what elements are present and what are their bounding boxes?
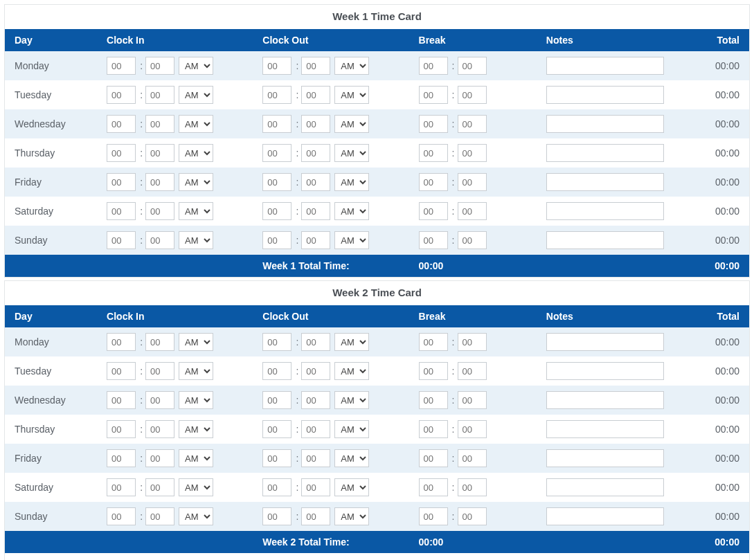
clock-in-hour-input[interactable] — [107, 231, 136, 249]
break-hour-input[interactable] — [419, 57, 448, 75]
break-minute-input[interactable] — [458, 420, 487, 438]
break-minute-input[interactable] — [458, 391, 487, 409]
clock-in-ampm-select[interactable]: AMPM — [179, 391, 213, 409]
clock-out-ampm-select[interactable]: AMPM — [334, 362, 369, 380]
clock-out-ampm-select[interactable]: AMPM — [334, 202, 369, 220]
clock-out-minute-input[interactable] — [301, 86, 330, 104]
notes-input[interactable] — [546, 391, 664, 409]
clock-out-hour-input[interactable] — [262, 173, 291, 191]
clock-in-hour-input[interactable] — [107, 173, 136, 191]
clock-in-minute-input[interactable] — [145, 507, 174, 525]
clock-out-minute-input[interactable] — [301, 173, 330, 191]
break-hour-input[interactable] — [419, 420, 448, 438]
clock-out-hour-input[interactable] — [262, 86, 291, 104]
clock-in-ampm-select[interactable]: AMPM — [179, 449, 213, 467]
break-hour-input[interactable] — [419, 362, 448, 380]
clock-out-ampm-select[interactable]: AMPM — [334, 57, 369, 75]
clock-out-ampm-select[interactable]: AMPM — [334, 86, 369, 104]
clock-out-minute-input[interactable] — [301, 449, 330, 467]
clock-out-minute-input[interactable] — [301, 478, 330, 496]
notes-input[interactable] — [546, 333, 664, 351]
clock-out-minute-input[interactable] — [301, 362, 330, 380]
clock-in-ampm-select[interactable]: AMPM — [179, 86, 213, 104]
break-minute-input[interactable] — [458, 57, 487, 75]
break-hour-input[interactable] — [419, 86, 448, 104]
break-minute-input[interactable] — [458, 333, 487, 351]
break-hour-input[interactable] — [419, 144, 448, 162]
break-minute-input[interactable] — [458, 449, 487, 467]
break-hour-input[interactable] — [419, 449, 448, 467]
clock-in-minute-input[interactable] — [145, 362, 174, 380]
break-minute-input[interactable] — [458, 202, 487, 220]
clock-out-minute-input[interactable] — [301, 391, 330, 409]
clock-out-minute-input[interactable] — [301, 420, 330, 438]
clock-in-hour-input[interactable] — [107, 449, 136, 467]
clock-out-hour-input[interactable] — [262, 420, 291, 438]
clock-out-ampm-select[interactable]: AMPM — [334, 420, 369, 438]
clock-out-minute-input[interactable] — [301, 144, 330, 162]
clock-out-ampm-select[interactable]: AMPM — [334, 231, 369, 249]
break-hour-input[interactable] — [419, 173, 448, 191]
notes-input[interactable] — [546, 57, 664, 75]
clock-in-minute-input[interactable] — [145, 115, 174, 133]
clock-in-hour-input[interactable] — [107, 333, 136, 351]
break-hour-input[interactable] — [419, 115, 448, 133]
clock-in-hour-input[interactable] — [107, 86, 136, 104]
clock-out-minute-input[interactable] — [301, 333, 330, 351]
break-hour-input[interactable] — [419, 507, 448, 525]
clock-in-hour-input[interactable] — [107, 202, 136, 220]
break-minute-input[interactable] — [458, 144, 487, 162]
clock-in-minute-input[interactable] — [145, 231, 174, 249]
break-hour-input[interactable] — [419, 231, 448, 249]
clock-in-ampm-select[interactable]: AMPM — [179, 507, 213, 525]
clock-out-ampm-select[interactable]: AMPM — [334, 115, 369, 133]
clock-in-minute-input[interactable] — [145, 449, 174, 467]
break-hour-input[interactable] — [419, 391, 448, 409]
clock-out-hour-input[interactable] — [262, 449, 291, 467]
break-hour-input[interactable] — [419, 202, 448, 220]
clock-in-ampm-select[interactable]: AMPM — [179, 202, 213, 220]
clock-in-hour-input[interactable] — [107, 478, 136, 496]
clock-out-ampm-select[interactable]: AMPM — [334, 449, 369, 467]
notes-input[interactable] — [546, 507, 664, 525]
clock-out-ampm-select[interactable]: AMPM — [334, 478, 369, 496]
notes-input[interactable] — [546, 478, 664, 496]
clock-out-minute-input[interactable] — [301, 202, 330, 220]
notes-input[interactable] — [546, 231, 664, 249]
break-minute-input[interactable] — [458, 478, 487, 496]
break-minute-input[interactable] — [458, 173, 487, 191]
clock-out-hour-input[interactable] — [262, 144, 291, 162]
clock-in-hour-input[interactable] — [107, 507, 136, 525]
clock-out-hour-input[interactable] — [262, 391, 291, 409]
clock-in-ampm-select[interactable]: AMPM — [179, 115, 213, 133]
notes-input[interactable] — [546, 115, 664, 133]
clock-in-ampm-select[interactable]: AMPM — [179, 362, 213, 380]
clock-out-minute-input[interactable] — [301, 507, 330, 525]
notes-input[interactable] — [546, 144, 664, 162]
clock-in-minute-input[interactable] — [145, 333, 174, 351]
notes-input[interactable] — [546, 449, 664, 467]
clock-out-minute-input[interactable] — [301, 57, 330, 75]
clock-out-ampm-select[interactable]: AMPM — [334, 144, 369, 162]
clock-out-hour-input[interactable] — [262, 57, 291, 75]
break-minute-input[interactable] — [458, 86, 487, 104]
clock-in-minute-input[interactable] — [145, 478, 174, 496]
clock-out-ampm-select[interactable]: AMPM — [334, 173, 369, 191]
notes-input[interactable] — [546, 173, 664, 191]
clock-out-ampm-select[interactable]: AMPM — [334, 507, 369, 525]
break-hour-input[interactable] — [419, 333, 448, 351]
clock-in-ampm-select[interactable]: AMPM — [179, 333, 213, 351]
clock-out-hour-input[interactable] — [262, 202, 291, 220]
clock-in-ampm-select[interactable]: AMPM — [179, 173, 213, 191]
clock-in-minute-input[interactable] — [145, 57, 174, 75]
clock-out-ampm-select[interactable]: AMPM — [334, 333, 369, 351]
clock-in-ampm-select[interactable]: AMPM — [179, 144, 213, 162]
clock-in-ampm-select[interactable]: AMPM — [179, 420, 213, 438]
clock-in-minute-input[interactable] — [145, 144, 174, 162]
notes-input[interactable] — [546, 362, 664, 380]
clock-out-hour-input[interactable] — [262, 231, 291, 249]
clock-out-hour-input[interactable] — [262, 333, 291, 351]
break-minute-input[interactable] — [458, 362, 487, 380]
break-minute-input[interactable] — [458, 507, 487, 525]
clock-out-hour-input[interactable] — [262, 362, 291, 380]
